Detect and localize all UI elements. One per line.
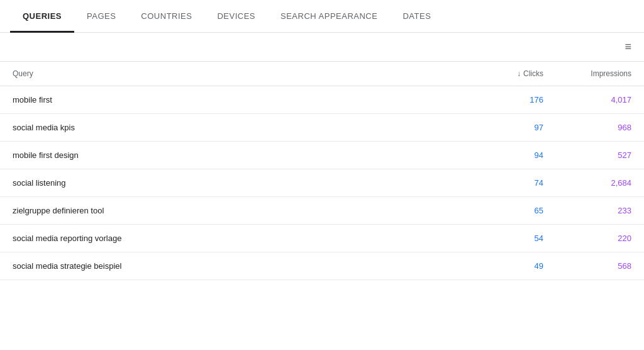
row-impressions: 220: [543, 234, 631, 243]
table-rows: mobile first1764,017social media kpis979…: [0, 86, 644, 280]
row-query: social listening: [13, 178, 455, 188]
sort-arrow-icon: ↓: [517, 69, 521, 78]
row-clicks: 94: [455, 150, 543, 160]
row-query: zielgruppe definieren tool: [13, 206, 455, 215]
col-header-query: Query: [13, 69, 455, 78]
row-query: mobile first: [13, 95, 455, 104]
filter-icon[interactable]: ≡: [625, 40, 631, 54]
col-header-impressions[interactable]: Impressions: [543, 69, 631, 78]
col-header-clicks[interactable]: ↓ Clicks: [455, 69, 543, 78]
table-row[interactable]: mobile first design94527: [0, 142, 644, 169]
tab-pages[interactable]: PAGES: [74, 0, 128, 32]
row-clicks: 65: [455, 206, 543, 215]
tab-dates[interactable]: DATES: [390, 0, 443, 32]
tab-search-appearance[interactable]: SEARCH APPEARANCE: [268, 0, 390, 32]
row-impressions: 4,017: [543, 95, 631, 104]
table-row[interactable]: social listening742,684: [0, 169, 644, 197]
row-impressions: 527: [543, 150, 631, 160]
row-query: social media kpis: [13, 123, 455, 132]
table-container: Query ↓ Clicks Impressions mobile first1…: [0, 62, 644, 280]
table-row[interactable]: zielgruppe definieren tool65233: [0, 197, 644, 225]
tab-devices[interactable]: DEVICES: [204, 0, 268, 32]
row-impressions: 2,684: [543, 178, 631, 188]
tabs-container: QUERIESPAGESCOUNTRIESDEVICESSEARCH APPEA…: [0, 0, 644, 33]
row-clicks: 49: [455, 261, 543, 271]
row-query: social media reporting vorlage: [13, 234, 455, 243]
table-row[interactable]: mobile first1764,017: [0, 86, 644, 114]
table-row[interactable]: social media reporting vorlage54220: [0, 225, 644, 252]
table-header: Query ↓ Clicks Impressions: [0, 62, 644, 86]
row-impressions: 233: [543, 206, 631, 215]
toolbar: ≡: [0, 33, 644, 62]
row-clicks: 97: [455, 123, 543, 132]
row-impressions: 968: [543, 123, 631, 132]
row-query: social media strategie beispiel: [13, 261, 455, 271]
row-clicks: 74: [455, 178, 543, 188]
row-impressions: 568: [543, 261, 631, 271]
row-clicks: 54: [455, 234, 543, 243]
row-query: mobile first design: [13, 150, 455, 160]
tab-countries[interactable]: COUNTRIES: [128, 0, 204, 32]
table-row[interactable]: social media strategie beispiel49568: [0, 252, 644, 280]
row-clicks: 176: [455, 95, 543, 104]
tab-queries[interactable]: QUERIES: [10, 0, 74, 32]
table-row[interactable]: social media kpis97968: [0, 114, 644, 142]
